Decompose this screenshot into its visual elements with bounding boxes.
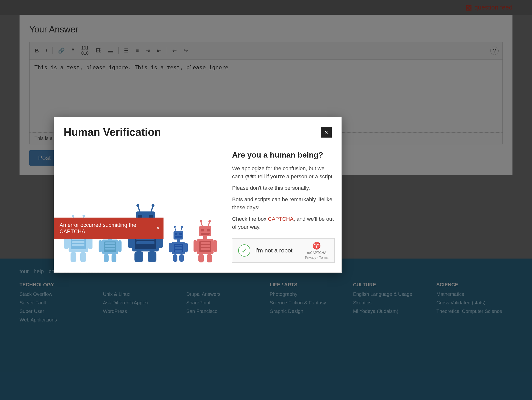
modal-para-1-end: tell if you're a person or a script. xyxy=(256,173,334,180)
recaptcha-privacy-link[interactable]: Privacy xyxy=(305,256,316,260)
svg-rect-87 xyxy=(214,240,217,252)
svg-rect-67 xyxy=(175,250,182,252)
captcha-checkbox[interactable]: ✓ xyxy=(238,244,250,257)
svg-point-40 xyxy=(152,204,154,207)
are-you-human-heading: Are you a human being? xyxy=(232,150,335,160)
error-banner: An error occurred submitting the CAPTCHA… xyxy=(54,218,164,239)
recaptcha-dash: - xyxy=(316,256,319,260)
recaptcha-icon: ♈ xyxy=(312,242,321,250)
svg-point-56 xyxy=(174,226,176,228)
recaptcha-links: Privacy - Terms xyxy=(305,256,328,260)
modal-body: Are you a human being? We apologize for … xyxy=(54,143,341,272)
svg-rect-62 xyxy=(177,240,180,242)
svg-rect-80 xyxy=(203,236,207,239)
svg-rect-78 xyxy=(207,229,210,231)
svg-point-76 xyxy=(208,220,211,222)
svg-rect-65 xyxy=(175,245,182,246)
svg-rect-86 xyxy=(194,240,197,252)
modal-para-4: Check the box CAPTCHA, and we'll be out … xyxy=(232,215,335,231)
svg-rect-31 xyxy=(105,248,115,250)
svg-line-39 xyxy=(151,206,153,211)
robot-5 xyxy=(193,219,217,263)
svg-rect-60 xyxy=(179,233,182,235)
svg-rect-70 xyxy=(173,254,177,262)
svg-rect-30 xyxy=(105,245,115,247)
svg-rect-71 xyxy=(179,254,184,262)
recaptcha-title: reCAPTCHA xyxy=(307,251,326,255)
svg-rect-59 xyxy=(175,233,177,235)
svg-point-4 xyxy=(82,215,85,217)
svg-rect-52 xyxy=(134,251,143,262)
svg-rect-69 xyxy=(185,243,188,252)
robots-illustration xyxy=(64,150,217,263)
svg-rect-77 xyxy=(201,229,204,231)
svg-rect-84 xyxy=(201,245,210,247)
modal-para-3: Bots and scripts can be remarkably lifel… xyxy=(232,195,335,211)
checkmark-icon: ✓ xyxy=(241,246,247,255)
svg-rect-89 xyxy=(207,254,212,262)
svg-point-58 xyxy=(181,226,183,228)
svg-point-2 xyxy=(72,215,74,217)
captcha-widget[interactable]: ✓ I'm not a robot ♈ reCAPTCHA Privacy - … xyxy=(232,238,335,263)
modal-para-1-italic: quite xyxy=(245,173,256,180)
modal-header: Human Verification × xyxy=(54,117,341,143)
modal-para-2: Please don't take this personally. xyxy=(232,184,335,192)
svg-line-57 xyxy=(181,227,182,231)
svg-rect-88 xyxy=(198,254,204,262)
svg-rect-54 xyxy=(174,231,183,240)
modal-para-1: We apologize for the confusion, but we c… xyxy=(232,164,335,180)
svg-rect-66 xyxy=(175,247,182,249)
svg-point-38 xyxy=(136,204,139,207)
svg-rect-68 xyxy=(169,243,172,252)
modal-close-button[interactable]: × xyxy=(321,127,332,138)
svg-line-37 xyxy=(138,206,140,211)
modal-para-4-start: Check the box xyxy=(232,216,268,222)
svg-rect-34 xyxy=(104,254,109,262)
modal-title: Human Verification xyxy=(64,126,161,138)
svg-rect-79 xyxy=(201,233,210,235)
svg-rect-35 xyxy=(112,254,116,262)
svg-rect-83 xyxy=(201,242,210,244)
svg-rect-17 xyxy=(80,252,86,262)
svg-rect-13 xyxy=(72,244,84,246)
recaptcha-terms-link[interactable]: Terms xyxy=(319,256,328,260)
svg-rect-53 xyxy=(148,251,156,262)
error-close-button[interactable]: × xyxy=(156,225,160,231)
robot-4 xyxy=(169,224,188,263)
captcha-link[interactable]: CAPTCHA xyxy=(268,216,294,222)
modal-text-content: Are you a human being? We apologize for … xyxy=(227,150,335,263)
svg-rect-85 xyxy=(201,248,210,250)
svg-rect-16 xyxy=(71,252,76,262)
svg-rect-49 xyxy=(136,241,154,244)
svg-rect-61 xyxy=(175,236,182,238)
not-robot-label: I'm not a robot xyxy=(255,247,300,254)
human-verification-modal: Human Verification × xyxy=(54,117,342,273)
svg-rect-12 xyxy=(72,241,84,243)
svg-rect-29 xyxy=(105,242,115,244)
recaptcha-logo: ♈ reCAPTCHA Privacy - Terms xyxy=(305,242,328,260)
error-text: An error occurred submitting the CAPTCHA xyxy=(60,222,152,235)
svg-rect-32 xyxy=(99,240,102,252)
svg-rect-33 xyxy=(118,240,122,252)
svg-line-55 xyxy=(175,227,176,231)
svg-point-74 xyxy=(200,220,202,222)
